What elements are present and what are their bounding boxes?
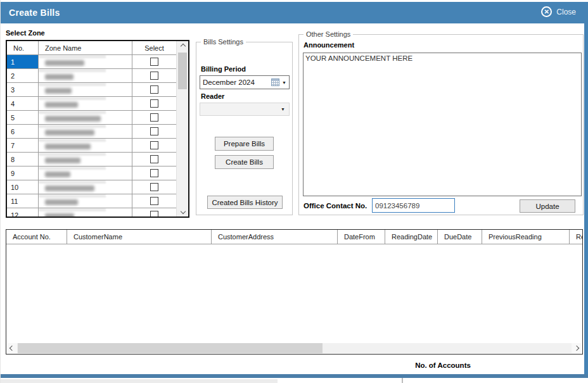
scroll-down-icon[interactable] [177,206,189,217]
zone-select-checkbox[interactable] [150,113,158,122]
accounts-col-previousreading[interactable]: PreviousReading [482,230,570,244]
zone-row-select-cell[interactable] [132,83,176,96]
zone-row-number[interactable]: 3 [7,83,39,96]
zone-row-name-redacted[interactable] [39,194,132,208]
zone-col-select[interactable]: Select [132,41,176,54]
accounts-col-re[interactable]: Re [570,230,583,244]
zone-row-name-redacted[interactable] [39,139,132,152]
created-bills-history-button[interactable]: Created Bills History [207,196,283,209]
zone-row[interactable]: 11 [7,194,176,208]
close-button[interactable]: ✕ Close [541,6,576,17]
other-settings-group: Other Settings Announcement YOUR ANNOUNC… [298,34,584,215]
accounts-horizontal-scrollbar[interactable] [7,343,582,353]
zone-row-number[interactable]: 5 [7,111,39,124]
zone-row-number[interactable]: 1 [7,55,39,68]
create-bills-button[interactable]: Create Bills [215,155,274,169]
zone-select-checkbox[interactable] [150,183,158,191]
zone-row[interactable]: 4 [7,97,176,111]
billing-period-value: December 2024 [203,78,255,86]
dropdown-arrow-icon[interactable]: ▼ [281,107,285,111]
zone-row-name-redacted[interactable] [39,208,132,217]
accounts-col-customeraddress[interactable]: CustomerAddress [212,230,338,244]
zone-row-number[interactable]: 7 [7,139,39,152]
zone-row-select-cell[interactable] [132,139,176,152]
zone-row[interactable]: 8 [7,153,176,166]
zone-row-name-redacted[interactable] [39,166,132,180]
zone-grid-header: No. Zone Name Select [7,41,176,55]
zone-row-name-redacted[interactable] [39,125,132,138]
other-settings-title: Other Settings [304,30,353,38]
accounts-col-account-no-[interactable]: Account No. [6,230,67,244]
scroll-up-icon[interactable] [177,41,189,51]
accounts-col-datefrom[interactable]: DateFrom [338,230,385,244]
zone-row-name-redacted[interactable] [39,180,132,194]
zone-col-no[interactable]: No. [7,41,39,54]
zone-row-name-redacted[interactable] [39,153,132,166]
zone-row-number[interactable]: 8 [7,153,39,166]
dialog-title: Create Bills [9,8,60,18]
zone-row[interactable]: 7 [7,139,176,153]
zone-vertical-scrollbar[interactable] [176,41,188,217]
zone-row[interactable]: 2 [7,69,176,83]
zone-row-select-cell[interactable] [132,111,176,124]
zone-row[interactable]: 5 [7,111,176,125]
zone-row-number[interactable]: 10 [7,180,39,194]
prepare-bills-button[interactable]: Prepare Bills [215,137,274,151]
accounts-col-duedate[interactable]: DueDate [438,230,482,244]
zone-grid-body: No. Zone Name Select 1 2 3 [7,41,176,217]
accounts-col-readingdate[interactable]: ReadingDate [385,230,438,244]
zone-row-select-cell[interactable] [132,97,176,110]
zone-row-number[interactable]: 12 [7,208,39,217]
zone-row-select-cell[interactable] [132,180,176,194]
zone-select-checkbox[interactable] [150,169,158,177]
no-of-accounts-label: No. of Accounts [415,361,471,369]
zone-row-select-cell[interactable] [132,194,176,208]
zone-row-name-redacted[interactable] [39,83,132,96]
reader-label: Reader [201,92,224,100]
zone-row-select-cell[interactable] [132,166,176,180]
dropdown-arrow-icon[interactable]: ▼ [282,80,286,85]
zone-row-number[interactable]: 11 [7,194,39,208]
scroll-left-icon[interactable] [7,343,17,353]
zone-row-number[interactable]: 6 [7,125,39,138]
reader-combobox[interactable]: ▼ [200,103,290,116]
zone-row-name-redacted[interactable] [39,97,132,110]
zone-select-checkbox[interactable] [150,197,158,205]
zone-select-checkbox[interactable] [150,211,158,217]
zone-scrollbar-thumb[interactable] [178,53,187,89]
update-button[interactable]: Update [520,199,575,213]
zone-row[interactable]: 9 [7,166,176,180]
zone-row-select-cell[interactable] [132,125,176,138]
zone-row-select-cell[interactable] [132,69,176,82]
zone-row-number[interactable]: 2 [7,69,39,82]
zone-select-checkbox[interactable] [150,155,158,163]
announcement-input[interactable]: YOUR ANNOUNCEMENT HERE [303,53,582,196]
billing-period-picker[interactable]: December 2024 ▼ [200,75,290,89]
zone-select-checkbox[interactable] [150,141,158,149]
zone-row[interactable]: 1 [7,55,176,69]
zone-row-number[interactable]: 9 [7,166,39,180]
zone-select-checkbox[interactable] [150,85,158,94]
scroll-right-icon[interactable] [572,343,582,353]
zone-row-select-cell[interactable] [132,208,176,217]
zone-row[interactable]: 12 [7,208,176,217]
office-contact-input[interactable] [372,198,455,213]
accounts-scrollbar-thumb[interactable] [18,343,323,353]
zone-grid: No. Zone Name Select 1 2 3 [6,40,189,218]
zone-row[interactable]: 3 [7,83,176,97]
window-border-right [584,2,588,378]
zone-select-checkbox[interactable] [150,58,158,66]
zone-select-checkbox[interactable] [150,127,158,135]
zone-select-checkbox[interactable] [150,72,158,80]
zone-row-name-redacted[interactable] [39,111,132,124]
zone-row-name-redacted[interactable] [39,55,132,68]
zone-row-name-redacted[interactable] [39,69,132,82]
accounts-col-customername[interactable]: CustomerName [67,230,212,244]
zone-row-select-cell[interactable] [132,55,176,68]
zone-row-number[interactable]: 4 [7,97,39,110]
zone-col-name[interactable]: Zone Name [39,41,132,54]
zone-row[interactable]: 6 [7,125,176,139]
zone-row-select-cell[interactable] [132,153,176,166]
zone-row[interactable]: 10 [7,180,176,194]
zone-select-checkbox[interactable] [150,99,158,108]
